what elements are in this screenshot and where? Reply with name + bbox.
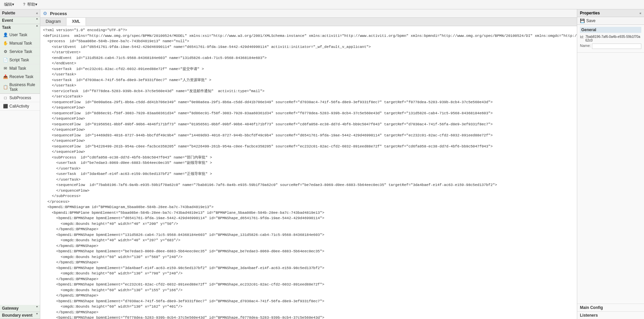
save-label: Save [586, 18, 595, 23]
main-layout: Palette « Event ˄ Task ˄ 👤 User Task ✋ M… [0, 9, 644, 319]
palette-header[interactable]: Palette « [0, 9, 40, 17]
call-activity-label: CallActivity [9, 104, 29, 109]
event-collapse: ˄ [36, 18, 38, 23]
process-icon: ⚙ [43, 11, 47, 16]
sidebar-item-service-task[interactable]: ⚙ Service Task [0, 48, 40, 56]
boundary-collapse: ˅ [36, 313, 38, 318]
mail-task-icon: ✉ [3, 66, 8, 71]
script-task-icon: 📄 [3, 57, 8, 63]
gateway-label: Gateway [2, 306, 18, 311]
properties-title: Properties [580, 11, 600, 15]
process-header: ⚙ Process [40, 9, 577, 18]
center-content: ⚙ Process Diagram XML <?xml version="1.0… [40, 9, 577, 319]
boundary-group: Boundary event ˅ [0, 312, 40, 319]
general-section: General Id: 7bab8196-7af6-0a4b-e935-59b1… [577, 25, 644, 53]
listeners-label: Listeners [580, 313, 598, 318]
boundary-label: Boundary event [2, 313, 33, 318]
business-rule-task-label: Business Rule Task [9, 82, 37, 92]
sidebar-item-business-rule-task[interactable]: 📋 Business Rule Task [0, 81, 40, 93]
right-panel-scroll: General Id: 7bab8196-7af6-0a4b-e935-59b1… [577, 25, 644, 304]
save-icon: 💾 [580, 18, 585, 23]
service-task-label: Service Task [9, 49, 32, 54]
sidebar-item-subprocess[interactable]: □ SubProcess [0, 94, 40, 102]
boundary-section-header[interactable]: Boundary event ˅ [0, 312, 40, 319]
save-button[interactable]: 💾 Save [577, 17, 644, 25]
subprocess-icon: □ [3, 95, 8, 101]
manual-task-icon: ✋ [3, 41, 8, 46]
main-config-section[interactable]: Main Config [577, 304, 644, 311]
xml-content-area[interactable]: <?xml version="1.0" encoding="UTF-8"?> <… [40, 26, 577, 319]
receive-task-label: Receive Task [9, 74, 33, 79]
id-field: Id: 7bab8196-7af6-0a4b-e935-59b1f70a62c0 [580, 35, 641, 42]
id-value: 7bab8196-7af6-0a4b-e935-59b1f70a62c0 [585, 35, 641, 42]
gateway-collapse: ˅ [36, 306, 38, 311]
event-section-header[interactable]: Event ˄ [0, 17, 40, 24]
tab-diagram[interactable]: Diagram [40, 18, 66, 26]
main-config-label: Main Config [580, 305, 603, 310]
palette-collapse-icon: « [36, 11, 38, 15]
user-task-icon: 👤 [3, 32, 8, 38]
sidebar-item-receive-task[interactable]: 📥 Receive Task [0, 73, 40, 81]
sidebar-item-user-task[interactable]: 👤 User Task [0, 31, 40, 39]
listeners-section[interactable]: Listeners [577, 311, 644, 319]
id-label: Id: [580, 35, 584, 39]
manual-task-label: Manual Task [9, 41, 32, 46]
task-section-header[interactable]: Task ˄ [0, 24, 40, 31]
mail-task-label: Mail Task [9, 66, 26, 71]
tabs: Diagram XML [40, 18, 577, 26]
business-rule-task-icon: 📋 [3, 84, 8, 90]
menu-bar: 编辑▾ ？ 帮助▾ [0, 0, 644, 9]
service-task-icon: ⚙ [3, 49, 8, 54]
general-section-title: General [580, 27, 641, 33]
subprocess-label: SubProcess [9, 95, 31, 100]
sidebar-item-manual-task[interactable]: ✋ Manual Task [0, 39, 40, 48]
menu-help[interactable]: ？ 帮助▾ [21, 1, 39, 8]
task-label: Task [2, 25, 11, 30]
task-group: Task ˄ 👤 User Task ✋ Manual Task ⚙ Servi… [0, 24, 40, 94]
menu-edit[interactable]: 编辑▾ [3, 1, 15, 8]
palette-title: Palette [2, 11, 15, 15]
tab-xml[interactable]: XML [66, 18, 86, 26]
process-title: Process [50, 11, 67, 16]
user-task-label: User Task [9, 33, 27, 37]
name-input[interactable] [592, 44, 641, 49]
gateway-section-header[interactable]: Gateway ˅ [0, 305, 40, 312]
gateway-group: Gateway ˅ [0, 305, 40, 312]
event-group: Event ˄ [0, 17, 40, 24]
receive-task-icon: 📥 [3, 74, 8, 79]
sidebar-item-call-activity[interactable]: ⬛ CallActivity [0, 102, 40, 111]
properties-header: Properties « [577, 9, 644, 17]
properties-collapse-icon: « [639, 11, 641, 15]
call-activity-icon: ⬛ [3, 104, 8, 109]
event-label: Event [2, 18, 13, 23]
name-label: Name: [580, 44, 591, 48]
sidebar: Palette « Event ˄ Task ˄ 👤 User Task ✋ M… [0, 9, 40, 319]
sidebar-item-script-task[interactable]: 📄 Script Task [0, 56, 40, 64]
sidebar-item-mail-task[interactable]: ✉ Mail Task [0, 64, 40, 73]
name-field: Name: [580, 44, 641, 49]
script-task-label: Script Task [9, 58, 29, 62]
task-collapse: ˄ [36, 25, 38, 30]
right-panel: Properties « 💾 Save General Id: 7bab8196… [577, 9, 644, 319]
